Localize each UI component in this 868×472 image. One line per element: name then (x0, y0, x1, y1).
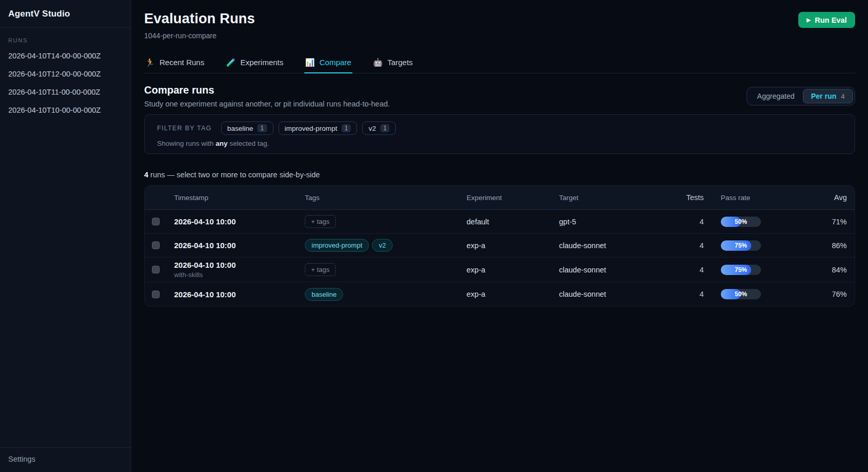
col-target: Target (559, 194, 662, 202)
tag-pill-improved-prompt: improved-prompt (305, 239, 369, 252)
app-root: AgentV Studio RUNS 2026-04-10T14-00-00-0… (0, 0, 868, 472)
run-eval-label: Run Eval (815, 16, 847, 24)
tag-pill-baseline: baseline (305, 288, 343, 301)
row-tags: improved-promptv2 (305, 239, 467, 252)
col-pass-rate: Pass rate (704, 194, 797, 202)
row-avg: 86% (797, 241, 855, 250)
page-title: Evaluation Runs (144, 11, 255, 27)
bar-chart-icon: 📊 (305, 58, 315, 66)
col-timestamp: Timestamp (174, 194, 305, 202)
pass-rate-label: 75% (721, 265, 761, 275)
row-target: claude-sonnet (559, 290, 662, 298)
table-row: 2026-04-10 10:00 baseline exp-a claude-s… (145, 282, 855, 306)
row-timestamp: 2026-04-10 10:00 (174, 241, 305, 250)
tab-compare[interactable]: 📊 Compare (304, 58, 352, 73)
row-avg: 84% (797, 266, 855, 274)
filter-tag-name: v2 (368, 125, 376, 132)
tab-label: Recent Runs (160, 58, 205, 67)
toggle-option-aggregated[interactable]: Aggregated (749, 89, 802, 103)
sidebar-run-item[interactable]: 2026-04-10T12-00-00-000Z (8, 70, 122, 78)
filter-tag-count-badge: 1 (342, 124, 351, 132)
table-body: 2026-04-10 10:00 + tags default gpt-5 4 … (145, 210, 855, 306)
row-tags: + tags (305, 215, 467, 228)
page-title-block: Evaluation Runs 1044-per-run-compare (144, 11, 255, 40)
add-tags-button[interactable]: + tags (305, 263, 336, 276)
app-title: AgentV Studio (8, 9, 122, 19)
runs-section-label: RUNS (8, 37, 122, 43)
row-tags: baseline (305, 288, 467, 301)
row-target: claude-sonnet (559, 241, 662, 250)
pass-rate-label: 75% (721, 240, 761, 251)
col-avg: Avg (797, 193, 855, 202)
sidebar: AgentV Studio RUNS 2026-04-10T14-00-00-0… (0, 0, 131, 472)
sidebar-run-item[interactable]: 2026-04-10T10-00-00-000Z (8, 106, 122, 114)
settings-link[interactable]: Settings (8, 455, 35, 463)
row-tags: + tags (305, 263, 467, 276)
robot-icon: 🤖 (373, 58, 383, 66)
sidebar-footer: Settings (0, 447, 131, 472)
runs-summary: 4 runs — select two or more to compare s… (144, 171, 855, 179)
tag-pill-v2: v2 (372, 239, 393, 252)
pass-rate-bar: 75% (721, 265, 761, 275)
table-row: 2026-04-10 10:00 + tags default gpt-5 4 … (145, 210, 855, 234)
per-run-count: 4 (841, 93, 845, 100)
row-tests: 4 (662, 218, 704, 226)
filter-tag-name: baseline (227, 125, 253, 132)
filter-tag-chip-baseline[interactable]: baseline 1 (221, 121, 273, 135)
filter-chip-list: baseline 1 improved-prompt 1 v2 1 (221, 121, 396, 135)
table-header-row: Timestamp Tags Experiment Target Tests P… (145, 186, 855, 210)
add-tags-button[interactable]: + tags (305, 215, 336, 228)
sidebar-run-item[interactable]: 2026-04-10T11-00-00-000Z (8, 88, 122, 96)
row-checkbox[interactable] (152, 218, 160, 225)
page-subtitle: 1044-per-run-compare (144, 32, 255, 40)
tab-recent-runs[interactable]: 🏃 Recent Runs (144, 58, 205, 73)
row-checkbox[interactable] (152, 241, 160, 249)
row-target: claude-sonnet (559, 266, 662, 274)
table-row: 2026-04-10 10:00 with-skills + tags exp-… (145, 257, 855, 282)
tab-label: Compare (319, 58, 351, 67)
compare-section-header: Compare runs Study one experiment agains… (144, 84, 855, 108)
filter-tag-chip-v2[interactable]: v2 1 (362, 121, 396, 135)
table-row: 2026-04-10 10:00 improved-promptv2 exp-a… (145, 234, 855, 257)
row-experiment: exp-a (467, 241, 559, 250)
play-icon: ▶ (807, 18, 811, 23)
pass-rate-bar: 75% (721, 240, 761, 251)
row-checkbox[interactable] (152, 266, 160, 273)
sidebar-body: RUNS 2026-04-10T14-00-00-000Z2026-04-10T… (0, 28, 131, 447)
col-tags: Tags (305, 194, 467, 202)
row-experiment: default (467, 218, 559, 226)
row-experiment: exp-a (467, 290, 559, 298)
filter-by-tag-label: FILTER BY TAG (157, 125, 212, 132)
runs-table: Timestamp Tags Experiment Target Tests P… (144, 185, 855, 307)
compare-description: Study one experiment against another, or… (144, 100, 390, 108)
row-tests: 4 (662, 241, 704, 250)
run-eval-button[interactable]: ▶ Run Eval (798, 12, 855, 28)
pass-rate-label: 50% (721, 289, 761, 299)
runner-icon: 🏃 (145, 58, 155, 66)
compare-heading: Compare runs (144, 84, 390, 96)
tab-label: Experiments (240, 58, 283, 67)
col-tests: Tests (662, 193, 704, 202)
filter-hint: Showing runs with any selected tag. (157, 140, 842, 147)
row-checkbox[interactable] (152, 291, 160, 298)
sidebar-run-item[interactable]: 2026-04-10T14-00-00-000Z (8, 52, 122, 60)
row-timestamp: 2026-04-10 10:00 (174, 290, 305, 299)
tab-targets[interactable]: 🤖 Targets (372, 58, 414, 73)
sidebar-header: AgentV Studio (0, 0, 131, 28)
tab-bar: 🏃 Recent Runs 🧪 Experiments 📊 Compare 🤖 … (144, 58, 855, 73)
row-avg: 71% (797, 218, 855, 226)
row-timestamp: 2026-04-10 10:00 (174, 217, 305, 226)
pass-rate-bar: 50% (721, 289, 761, 299)
run-list: 2026-04-10T14-00-00-000Z2026-04-10T12-00… (8, 52, 122, 114)
toggle-option-per-run[interactable]: Per run 4 (803, 89, 853, 103)
tab-experiments[interactable]: 🧪 Experiments (225, 58, 284, 73)
filter-row: FILTER BY TAG baseline 1 improved-prompt… (157, 121, 842, 135)
row-timestamp: 2026-04-10 10:00 (174, 261, 305, 269)
view-mode-toggle: Aggregated Per run 4 (747, 87, 855, 105)
row-sublabel: with-skills (174, 271, 305, 279)
row-avg: 76% (797, 290, 855, 298)
filter-tag-chip-improved-prompt[interactable]: improved-prompt 1 (278, 121, 358, 135)
filter-tag-count-badge: 1 (257, 124, 267, 132)
filter-panel: FILTER BY TAG baseline 1 improved-prompt… (144, 114, 855, 154)
compare-heading-block: Compare runs Study one experiment agains… (144, 84, 390, 108)
